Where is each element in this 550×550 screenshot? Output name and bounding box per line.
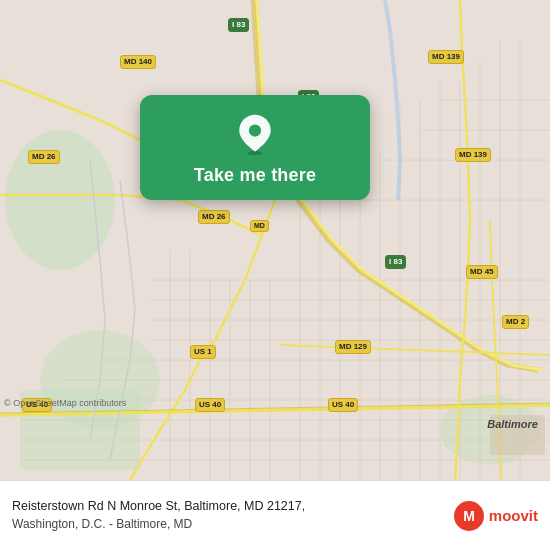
road-badge-i83-3: I 83: [385, 255, 406, 269]
action-card: Take me there: [140, 95, 370, 200]
road-badge-md140: MD 140: [120, 55, 156, 69]
road-badge-i83-1: I 83: [228, 18, 249, 32]
take-me-there-button[interactable]: Take me there: [194, 165, 316, 186]
road-badge-md45: MD 45: [466, 265, 498, 279]
map-container: I 83 I 83 I 83 MD 140 MD 26 MD 26 MD 139…: [0, 0, 550, 550]
road-badge-md26-2: MD 26: [198, 210, 230, 224]
road-badge-us40-3: US 40: [328, 398, 358, 412]
road-badge-md-small: MD: [250, 220, 269, 232]
road-badge-us1: US 1: [190, 345, 216, 359]
svg-point-44: [249, 124, 261, 136]
map-roads-svg: [0, 0, 550, 480]
address-line1: Reisterstown Rd N Monroe St, Baltimore, …: [12, 498, 443, 516]
address-line2: Washington, D.C. - Baltimore, MD: [12, 516, 443, 533]
road-badge-md139-1: MD 139: [428, 50, 464, 64]
svg-text:M: M: [463, 508, 475, 524]
road-badge-md139-2: MD 139: [455, 148, 491, 162]
road-badge-md2: MD 2: [502, 315, 529, 329]
osm-attribution: © OpenStreetMap contributors: [4, 398, 126, 408]
info-bar: Reisterstown Rd N Monroe St, Baltimore, …: [0, 480, 550, 550]
road-badge-md26-1: MD 26: [28, 150, 60, 164]
moovit-logo-icon: M: [453, 500, 485, 532]
map-view: I 83 I 83 I 83 MD 140 MD 26 MD 26 MD 139…: [0, 0, 550, 480]
road-badge-us40-2: US 40: [195, 398, 225, 412]
road-badge-md129: MD 129: [335, 340, 371, 354]
address-block: Reisterstown Rd N Monroe St, Baltimore, …: [12, 498, 443, 532]
moovit-logo: M moovit: [453, 500, 538, 532]
location-pin-icon: [234, 113, 276, 155]
city-label-baltimore: Baltimore: [487, 418, 538, 430]
moovit-logo-text: moovit: [489, 507, 538, 524]
